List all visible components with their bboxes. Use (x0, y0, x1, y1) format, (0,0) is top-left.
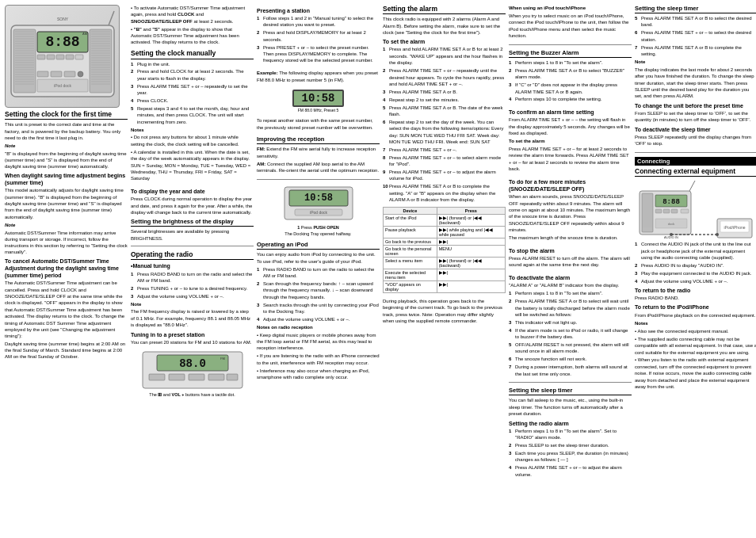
svg-rect-73 (227, 374, 238, 380)
subsection-cancel-dst: To cancel Automatic DST/Summer Time Adju… (5, 258, 128, 279)
title-buzzer: Setting the Buzzer Alarm (509, 49, 632, 58)
clock-manually-notes: Notes • Do not press any buttons for abo… (131, 127, 254, 182)
note-label-1: Note (5, 143, 15, 148)
section-reception: Improving the reception FM: Extend the F… (257, 135, 380, 175)
presenting-section: Presenting a station 1Follow steps 1 and… (257, 5, 380, 65)
title-brightness: Setting the brightness of the display (131, 218, 254, 227)
subsection-deactivate: To deactivate the alarm (509, 274, 632, 281)
confirm-alarm-body: From ALARM TIME SET + or – – the setting… (509, 116, 632, 172)
tuning-device-image: 88.0 FM (141, 350, 244, 390)
ipod-step-3: 3Search tracks through the unit by conne… (257, 302, 380, 315)
alarm-step-2: 2Press ALARM TIME SET + or – repeatedly … (383, 67, 506, 87)
svg-text:88.0: 88.0 (179, 357, 206, 370)
brightness-body: Several brightnesses are available by pr… (131, 228, 254, 242)
display-year-section: To display the year and date Press CLOCK… (131, 185, 254, 216)
table-row: Start of the iPod▶▶| (forward) or |◀◀ (b… (384, 215, 506, 227)
example-note: To repeat another station with the same … (257, 117, 380, 132)
example-label: Example: The following display appears w… (257, 70, 380, 83)
title-connecting: Connecting external equipment (635, 167, 756, 177)
set-alarm-steps: 1Press and hold ALARM TIME SET A or B fo… (383, 46, 506, 203)
svg-text:AM: AM (82, 32, 87, 36)
title-manual-tuning: •Manual tuning (131, 262, 254, 269)
sleep-timer-body: You can fall asleep to the music, etc., … (509, 397, 632, 417)
connect-step-3: 3Play the equipment connected to the AUD… (635, 270, 756, 277)
sleep-steps: 1Perform steps 1 to 8 in "To set the ala… (509, 428, 632, 478)
column-4: Setting the alarm This clock radio is eq… (383, 5, 506, 533)
title-alarm: Setting the alarm (383, 5, 506, 14)
alarm-step-1: 1Press and hold ALARM TIME SET A or B fo… (383, 46, 506, 66)
change-sleep-body: From SLEEP to set the sleep timer to 'OF… (635, 110, 756, 124)
subsection-snooze: To do for a few more minutes (SNOOZE/DAT… (509, 178, 632, 193)
note-label-2: Note (5, 223, 15, 227)
deact-step-2: 2Press ALARM TIME SET A or B to select w… (509, 298, 632, 318)
divider-2 (257, 179, 380, 180)
connect-step-4: 4Adjust the volume using VOLUME + or –. (635, 278, 756, 284)
push-open-note: 1 Press PUSH OPENThe Docking Tray opened… (257, 225, 380, 237)
svg-rect-69 (149, 374, 165, 380)
push-open-diagram: 10:58 FM 88.0 MHz, Preset 5 (257, 90, 380, 113)
svg-rect-56 (75, 55, 83, 59)
svg-text:FM: FM (220, 357, 225, 361)
sleep-step-7: 7Press ALARM TIME SET A or B to complete… (635, 44, 756, 58)
ipod-steps: 1Press RADIO BAND to turn on the radio t… (257, 266, 380, 323)
buzzer-step-3: 3If "C" or "D" does not appear in the di… (509, 82, 632, 95)
section-buzzer: Setting the Buzzer Alarm 1Perform steps … (509, 49, 632, 104)
subsection-set-alarm: To set the alarm (383, 38, 506, 45)
confirm-alarm-section: To confirm an alarm time setting From AL… (509, 106, 632, 174)
display-year-body: Press CLOCK during normal operation to d… (131, 196, 254, 216)
section-alarm: Setting the alarm This clock radio is eq… (383, 5, 506, 204)
sleep-step-6: 6Press ALARM TIME SET + or – to select t… (635, 29, 756, 43)
device-image: 8:88 AM iPod dock SONY (5, 5, 120, 108)
brightness-section: Setting the brightness of the display Se… (131, 218, 254, 242)
divider-4 (509, 382, 632, 383)
buzzer-steps: 1Perform steps 1 to 8 in "To set the ala… (509, 59, 632, 103)
connect-step-2: 2Press AUDIO IN to display "AUDIO IN". (635, 262, 756, 269)
manual-tuning-steps: 1Press RADIO BAND to turn on the radio a… (131, 271, 254, 300)
p-step-2: 2Press and hold DISPLAY/MEMORY for at le… (257, 29, 380, 43)
ipod-step-2: 2Scan through the frequency bands: ↑ – s… (257, 280, 380, 300)
connect-step-1: 1Connect the AUDIO IN jack of the unit t… (635, 241, 756, 261)
stop-alarm-body: Press ALARM RESET to turn off the alarm.… (509, 255, 632, 269)
sleep-step-2: 2Press SLEEP to set the sleep timer dura… (509, 442, 632, 448)
title-clock-manually: Setting the clock manually (131, 49, 254, 59)
section-ipod: Operating an iPod You can enjoy audio fr… (257, 241, 380, 382)
svg-rect-52 (37, 55, 45, 59)
sleep-step-5: 5Press ALARM TIME SET A or B to select t… (635, 15, 756, 29)
ipod-step-4: 4Adjust the volume using VOLUME + or –. (257, 316, 380, 322)
svg-text:AUDIO IN: AUDIO IN (664, 235, 678, 238)
snooze-body: When an alarm sounds, press SNOOZE/DATE/… (509, 193, 632, 241)
svg-rect-54 (56, 55, 64, 59)
title-preset-station: Tuning in to a preset station (131, 331, 254, 338)
note-text-2: Automatic DST/Summer Time information ma… (5, 230, 128, 255)
step-3: 3Press ALARM TIME SET + or – repeatedly … (131, 83, 254, 97)
deact-step-7: 7During a power interruption, both alarm… (509, 364, 632, 377)
stop-alarm-section: To stop the alarm Press ALARM RESET to t… (509, 245, 632, 269)
step-2: 2Press and hold CLOCK for at least 2 sec… (131, 68, 254, 82)
table-header-press: Press (437, 208, 505, 215)
step-5: 5Repeat steps 3 and 4 to set the month, … (131, 105, 254, 125)
svg-line-63 (109, 11, 114, 25)
deactivate-sleep-body: Press SLEEP repeatedly until the display… (635, 134, 756, 147)
svg-line-110 (689, 181, 695, 191)
alarm-step-9: 9Press ALARM TIME SET + or – to adjust t… (383, 169, 506, 182)
note-text-1: "B" is displayed from the beginning of d… (5, 151, 128, 170)
column-3: Presenting a station 1Follow steps 1 and… (257, 5, 380, 533)
radio-step-1: 1Press RADIO BAND to turn on the radio a… (131, 271, 254, 284)
fm-note: Note The FM frequency display is raised … (131, 301, 254, 329)
svg-rect-80 (642, 193, 653, 232)
step-1: 1Plug in the unit. (131, 61, 254, 67)
table-row: Select a menu item▶▶| (forward) or |◀◀ (… (384, 258, 506, 269)
when-using-ipod-note: When using an iPod touch/iPhone When you… (509, 5, 632, 40)
divider-5 (635, 152, 756, 153)
title-sleep-timer: Setting the sleep timer (509, 387, 632, 395)
deact-step-1: 1Perform steps 1 to 8 in "To set the ala… (509, 290, 632, 296)
return-ipod-title: To return to the iPod/iPhone (635, 303, 756, 311)
vol-button-note: The ⊞ and VOL + buttons have a tactile d… (131, 392, 254, 399)
svg-rect-106 (671, 209, 678, 213)
alarm-body: This clock radio is equipped with 2 alar… (383, 16, 506, 36)
radio-step-2: 2Press TUNING + or – to tune to a desire… (131, 285, 254, 292)
svg-rect-107 (681, 209, 689, 213)
svg-rect-55 (66, 55, 74, 59)
table-row: Go back to the previous▶▶| (384, 238, 506, 246)
svg-rect-72 (208, 374, 224, 380)
